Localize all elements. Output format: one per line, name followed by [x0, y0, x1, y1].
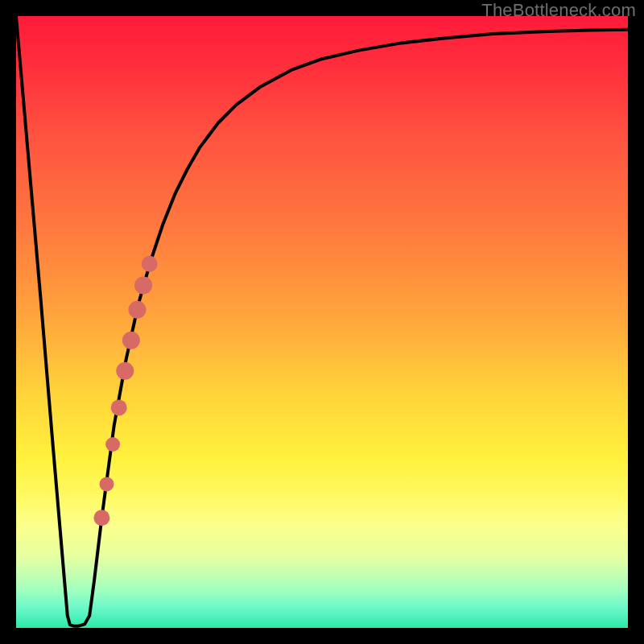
chart-frame: TheBottleneck.com	[0, 0, 644, 644]
curve-line	[16, 16, 628, 626]
highlight-points	[93, 256, 157, 526]
highlight-dot	[105, 437, 120, 452]
watermark-label: TheBottleneck.com	[481, 0, 636, 21]
chart-svg	[16, 16, 628, 628]
highlight-dot	[142, 256, 158, 272]
highlight-dot	[129, 301, 147, 319]
highlight-dot	[93, 510, 109, 526]
highlight-dot	[111, 399, 127, 415]
highlight-dot	[134, 276, 152, 294]
plot-area	[16, 16, 628, 628]
highlight-dot	[116, 362, 134, 380]
highlight-dot	[100, 477, 114, 491]
bottleneck-curve	[16, 16, 628, 626]
highlight-dot	[122, 332, 140, 349]
